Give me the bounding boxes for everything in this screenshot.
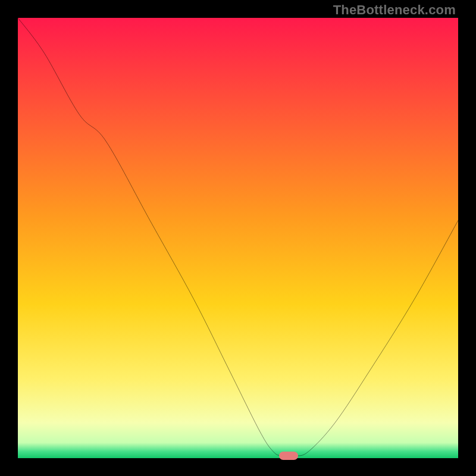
optimum-marker [279,452,298,460]
attribution-label: TheBottleneck.com [333,2,456,18]
plot-area [18,18,458,458]
chart-frame: TheBottleneck.com [0,0,476,476]
bottleneck-curve [18,18,458,458]
